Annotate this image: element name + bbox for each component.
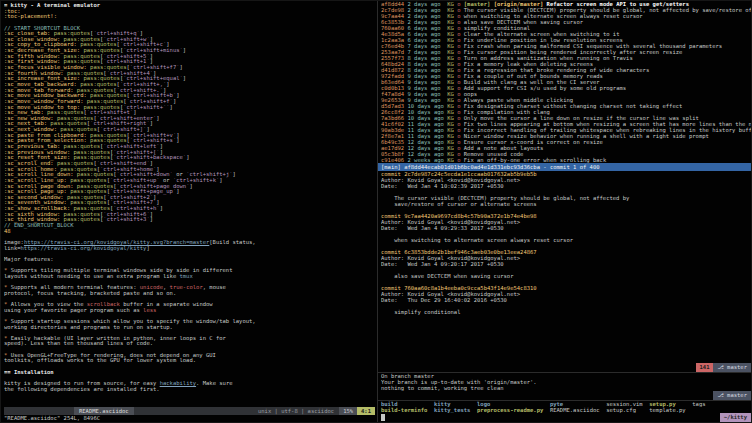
text-segment: ] (176, 93, 179, 98)
text-segment: :sc_move_tab_backward: (4, 82, 77, 87)
text-segment: pass:quotes (67, 71, 103, 76)
text-segment: :sc_decrease_font_size: (4, 48, 80, 53)
text-segment: Date: Thu Dec 29 16:40:02 2016 +0530 (381, 297, 507, 303)
tig-log[interactable]: af8dd44 2 days ago KG o [master] [origin… (378, 1, 751, 163)
text-segment: ] (173, 99, 176, 104)
branch-label: master (724, 364, 747, 370)
text-segment: `ctrl+shift+f7` (130, 65, 180, 70)
text-segment: `ctrl+shift+end` (97, 161, 150, 166)
text-segment: pass:quotes (74, 150, 110, 155)
text-segment: `ctrl+shift+1` (103, 59, 149, 64)
text-segment: `ctrl+shift+7` (110, 200, 156, 205)
text-segment: :sc_scroll_line_up: (4, 178, 67, 183)
text-segment: ] (160, 206, 163, 211)
text-segment: `ctrl+shift+t` (87, 110, 133, 115)
text-segment: ] (150, 54, 153, 59)
text-segment: :sc_close_tab: (4, 31, 50, 36)
shell-prompt[interactable]: ~/kitty (378, 413, 751, 422)
text-segment: :sc_fourth_window: (4, 71, 64, 76)
text-segment (381, 315, 384, 321)
text-segment: = kitty - A terminal emulator (4, 3, 100, 8)
text-segment: `ctrl+shift+f` (127, 99, 173, 104)
text-segment: :sc_paste_from_selection: (4, 138, 87, 143)
text-segment (4, 330, 7, 335)
text-segment: Supports all modern terminal features: (11, 285, 140, 290)
text-segment: pass:quotes (64, 212, 100, 217)
shell-window[interactable]: build kitty logo pyte session.vim setup.… (378, 401, 751, 422)
text-segment: :sc_move_window_to_top: (4, 105, 80, 110)
text-segment: tmux (180, 274, 193, 279)
text-segment: pass:quotes (64, 54, 100, 59)
text-segment: pass:quotes (80, 82, 116, 87)
text-segment: `ctrl+shift+down` (117, 172, 173, 177)
text-segment: ] (146, 246, 149, 251)
text-segment: `ctrl+shift+,` (120, 82, 166, 87)
text-segment: Easily hackable (UI layer written in pyt… (11, 336, 226, 341)
statusline-position: 4:1 (357, 407, 375, 415)
text-segment: * (4, 285, 11, 290)
text-segment: `ctrl+shift+page_up` (110, 189, 176, 194)
text-segment: :sc_increase_font_size: (4, 76, 80, 81)
gitlog-line (381, 315, 751, 321)
statusline-right: unix | utf-8 | asciidoc 15% 4:1 (253, 407, 375, 415)
text-segment: `ctrl+shift+home` (100, 167, 156, 172)
text-segment: ] (166, 42, 169, 47)
text-segment: pass:quotes (90, 133, 126, 138)
text-segment: pass:quotes (64, 59, 100, 64)
text-segment: `ctrl+shift+equal` (123, 76, 183, 81)
text-segment: pass:quotes (70, 200, 106, 205)
text-segment: speed). Less than ten thousand lines of … (4, 341, 153, 346)
text-segment: `ctrl+shift+left` (103, 144, 159, 149)
text-segment: // END_SHORTCUT_BLOCK (4, 223, 74, 228)
text-segment: `ctrl+shift+.` (117, 88, 163, 93)
text-segment: `ctrl+shift+2` (107, 195, 153, 200)
text-segment: :sc_reset_font_size: (4, 155, 70, 160)
text-segment: ] (163, 88, 166, 93)
text-segment: using your favorite pager program such a… (4, 308, 143, 313)
text-segment: ] (186, 155, 189, 160)
text-segment: `ctrl+shift+[` (113, 150, 159, 155)
kitty-terminal-window: = kitty - A terminal emulator:toc::toc-p… (0, 0, 752, 423)
text-segment: ] (160, 144, 163, 149)
text-segment: tags (692, 401, 705, 407)
text-segment: pass:quotes (77, 184, 113, 189)
text-segment: true-color (170, 285, 203, 290)
vim-buffer[interactable]: = kitty - A terminal emulator:toc::toc-p… (4, 3, 377, 407)
text-segment: ] (150, 121, 153, 126)
gitlog-window[interactable]: commit 2c7de987c24c5ecda1e1ccaab017632ab… (378, 171, 751, 373)
text-segment: pass:quotes (83, 76, 119, 81)
text-segment: `ctrl+shift+j` (186, 172, 232, 177)
vim-window[interactable]: = kitty - A terminal emulator:toc::toc-p… (1, 1, 378, 422)
text-segment: `ctrl+shift+page_down` (117, 184, 190, 189)
text-segment: :sc_previous_window: (4, 150, 70, 155)
vim-line: the following dependencies are installed… (4, 387, 377, 393)
statusline-filename: README.asciidoc (74, 407, 134, 415)
text-segment: Support startup sessions which allow you… (11, 319, 256, 324)
text-segment: https://travis-ci.org/kovidgoyal/kitty.s… (24, 240, 209, 245)
gitstatus-output: On branch masterYour branch is up-to-dat… (378, 373, 751, 391)
text-segment: :sc_move_tab_forward: (4, 88, 74, 93)
text-segment: pass:quotes (77, 172, 113, 177)
text-segment: pass:quotes (90, 65, 126, 70)
tig-statusbar: [main] af8dd44ecab01d01b6bc0ad4e1d331ebc… (378, 163, 751, 171)
vim-cmdline: "README.asciidoc" 254L, 8496C (4, 415, 377, 422)
text-segment: :sc_second_window: (4, 195, 64, 200)
text-segment: pass:quotes (70, 178, 106, 183)
text-segment: pass:quotes (64, 37, 100, 42)
text-segment: pass:quotes (57, 161, 93, 166)
tig-window[interactable]: af8dd44 2 days ago KG o [master] [origin… (378, 1, 751, 171)
text-segment: `ctrl+shift+enter` (97, 116, 157, 121)
text-segment: :sc_new_window: (4, 116, 54, 121)
gitstatus-window[interactable]: On branch masterYour branch is up-to-dat… (378, 373, 751, 401)
text-segment: ] (153, 71, 156, 76)
gitstatus-prompt: ⎇ master (378, 391, 751, 400)
text-segment: Date: Wed Jan 4 09:20:17 2017 +0530 (381, 261, 504, 267)
text-segment: ] (156, 116, 159, 121)
text-segment: ] (150, 59, 153, 64)
text-segment (4, 279, 7, 284)
text-segment: less (143, 308, 156, 313)
text-segment: pass:quotes (64, 217, 100, 222)
text-segment: ] (170, 105, 173, 110)
text-segment (4, 347, 7, 352)
text-segment: :sc_next_window: (4, 127, 57, 132)
